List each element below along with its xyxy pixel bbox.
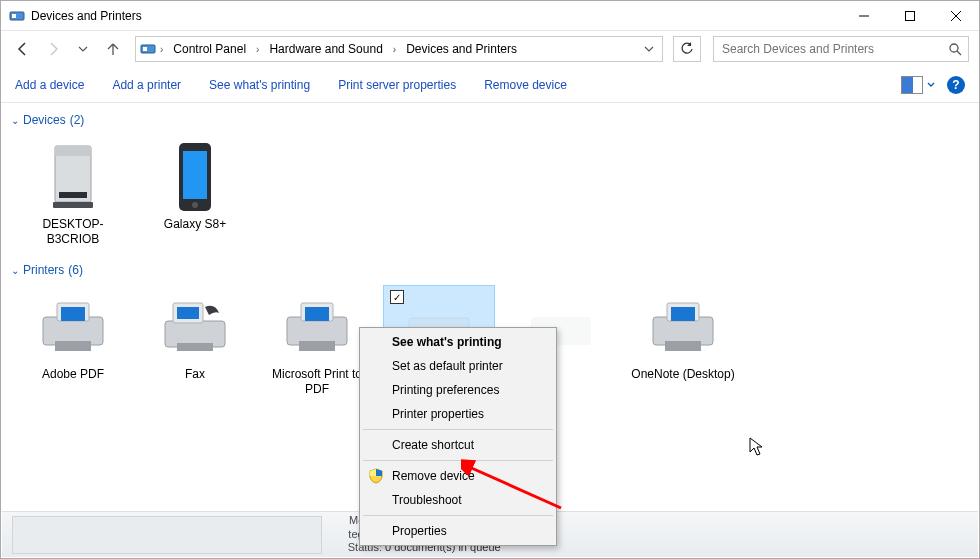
address-bar[interactable]: › Control Panel › Hardware and Sound › D… — [135, 36, 663, 62]
print-server-properties-button[interactable]: Print server properties — [338, 78, 456, 92]
menu-see-whats-printing[interactable]: See what's printing — [362, 330, 554, 354]
breadcrumb-sep-icon[interactable]: › — [391, 44, 398, 55]
command-bar: Add a device Add a printer See what's pr… — [1, 67, 979, 103]
menu-troubleshoot[interactable]: Troubleshoot — [362, 488, 554, 512]
add-printer-button[interactable]: Add a printer — [112, 78, 181, 92]
see-printing-button[interactable]: See what's printing — [209, 78, 310, 92]
close-button[interactable] — [933, 1, 979, 31]
svg-point-8 — [950, 44, 958, 52]
group-count: (2) — [70, 113, 85, 127]
printer-icon — [19, 291, 127, 363]
menu-printer-properties[interactable]: Printer properties — [362, 402, 554, 426]
fax-icon — [141, 291, 249, 363]
group-label: Printers — [23, 263, 64, 277]
svg-rect-28 — [299, 341, 335, 351]
details-thumbnail — [12, 516, 322, 554]
svg-rect-34 — [665, 341, 701, 351]
svg-rect-13 — [53, 202, 93, 208]
devices-row: DESKTOP-B3CRIOB Galaxy S8+ — [11, 131, 969, 259]
svg-rect-11 — [55, 146, 91, 156]
phone-icon — [141, 141, 249, 213]
svg-rect-33 — [671, 307, 695, 321]
view-options-button[interactable] — [901, 76, 935, 94]
group-header-printers[interactable]: ⌄ Printers (6) — [11, 259, 969, 281]
chevron-down-icon — [927, 81, 935, 89]
nav-bar: › Control Panel › Hardware and Sound › D… — [1, 31, 979, 67]
device-label: DESKTOP-B3CRIOB — [19, 217, 127, 247]
menu-separator — [363, 515, 553, 516]
breadcrumb-control-panel[interactable]: Control Panel — [167, 40, 252, 58]
group-count: (6) — [68, 263, 83, 277]
svg-rect-23 — [177, 307, 199, 319]
minimize-button[interactable] — [841, 1, 887, 31]
svg-rect-12 — [59, 192, 87, 198]
svg-rect-3 — [906, 12, 915, 21]
menu-separator — [363, 460, 553, 461]
printer-label: Adobe PDF — [19, 367, 127, 382]
printer-label: Microsoft Print to PDF — [263, 367, 371, 397]
forward-button[interactable] — [41, 37, 65, 61]
device-item[interactable]: DESKTOP-B3CRIOB — [17, 135, 129, 251]
search-box[interactable] — [713, 36, 969, 62]
svg-rect-7 — [143, 47, 147, 51]
printer-label: OneNote (Desktop) — [629, 367, 737, 382]
printer-label: Fax — [141, 367, 249, 382]
search-input[interactable] — [720, 41, 948, 57]
app-icon — [9, 8, 25, 24]
chevron-down-icon: ⌄ — [11, 115, 19, 126]
shield-icon — [368, 468, 384, 484]
svg-line-9 — [957, 51, 961, 55]
svg-rect-27 — [305, 307, 329, 321]
desktop-pc-icon — [19, 141, 127, 213]
chevron-down-icon: ⌄ — [11, 265, 19, 276]
refresh-button[interactable] — [673, 36, 701, 62]
printer-item[interactable]: OneNote (Desktop) — [627, 285, 739, 401]
window-title: Devices and Printers — [31, 9, 841, 23]
svg-rect-1 — [12, 14, 16, 18]
svg-rect-15 — [183, 151, 207, 199]
maximize-button[interactable] — [887, 1, 933, 31]
device-label: Galaxy S8+ — [141, 217, 249, 232]
recent-locations-button[interactable] — [71, 37, 95, 61]
menu-set-default-printer[interactable]: Set as default printer — [362, 354, 554, 378]
titlebar: Devices and Printers — [1, 1, 979, 31]
menu-create-shortcut[interactable]: Create shortcut — [362, 433, 554, 457]
address-dropdown-icon[interactable] — [640, 44, 658, 54]
svg-point-16 — [192, 202, 198, 208]
window-controls — [841, 1, 979, 30]
menu-label: Remove device — [392, 469, 475, 483]
view-icon — [901, 76, 923, 94]
search-icon[interactable] — [948, 42, 962, 56]
breadcrumb-sep-icon[interactable]: › — [158, 44, 165, 55]
group-label: Devices — [23, 113, 66, 127]
add-device-button[interactable]: Add a device — [15, 78, 84, 92]
menu-properties[interactable]: Properties — [362, 519, 554, 543]
printer-icon — [263, 291, 371, 363]
context-menu: See what's printing Set as default print… — [359, 327, 557, 546]
breadcrumb-hardware-sound[interactable]: Hardware and Sound — [263, 40, 388, 58]
menu-printing-preferences[interactable]: Printing preferences — [362, 378, 554, 402]
breadcrumb-sep-icon[interactable]: › — [254, 44, 261, 55]
device-item[interactable]: Galaxy S8+ — [139, 135, 251, 251]
menu-separator — [363, 429, 553, 430]
location-icon — [140, 41, 156, 57]
printer-item[interactable]: Adobe PDF — [17, 285, 129, 401]
up-button[interactable] — [101, 37, 125, 61]
printer-item[interactable]: Fax — [139, 285, 251, 401]
svg-rect-20 — [55, 341, 91, 351]
remove-device-button[interactable]: Remove device — [484, 78, 567, 92]
help-button[interactable]: ? — [947, 76, 965, 94]
breadcrumb-devices-printers[interactable]: Devices and Printers — [400, 40, 523, 58]
printer-item[interactable]: Microsoft Print to PDF — [261, 285, 373, 401]
menu-remove-device[interactable]: Remove device — [362, 464, 554, 488]
back-button[interactable] — [11, 37, 35, 61]
svg-rect-19 — [61, 307, 85, 321]
svg-rect-24 — [177, 343, 213, 351]
group-header-devices[interactable]: ⌄ Devices (2) — [11, 109, 969, 131]
printer-icon — [629, 291, 737, 363]
